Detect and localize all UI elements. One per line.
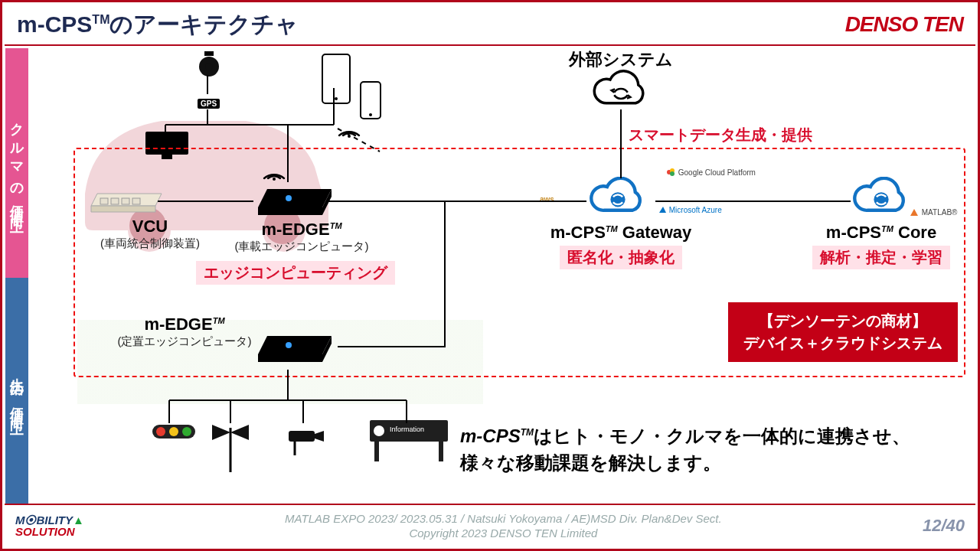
- brand-logo: DENSO TEN: [845, 12, 963, 37]
- sidetab-life-value: 生活の価値向上: [5, 278, 28, 504]
- page-number: 12/40: [923, 516, 965, 536]
- mobility-solution-logo: M⦿BILITY▲ SOLUTION: [15, 514, 84, 537]
- page-title: m-CPSTMのアーキテクチャ: [17, 9, 299, 41]
- sidetab-car-value: クルマの価値向上: [5, 48, 28, 278]
- connection-lines: [31, 48, 973, 507]
- footer-meta: MATLAB EXPO 2023/ 2023.05.31 / Natsuki Y…: [84, 511, 923, 541]
- svg-line-8: [338, 129, 380, 152]
